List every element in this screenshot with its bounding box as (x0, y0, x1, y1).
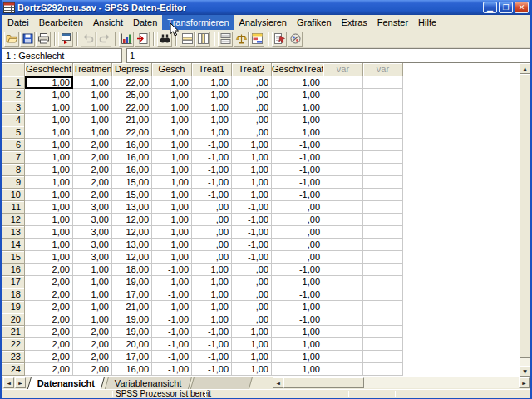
cell-r15-c3[interactable]: 12,00 (112, 251, 152, 264)
cell-r18-c1[interactable]: 2,00 (25, 288, 73, 301)
cell-r5-c3[interactable]: 22,00 (112, 126, 152, 139)
cell-r21-c4[interactable]: -1,00 (152, 326, 192, 338)
tab-scroll-right-button[interactable]: ► (15, 377, 26, 388)
cell-r12-c6[interactable]: -1,00 (232, 214, 272, 226)
row-header-5[interactable]: 5 (2, 126, 25, 139)
cell-r13-c4[interactable]: 1,00 (152, 226, 192, 239)
cell-r3-c1[interactable]: 1,00 (25, 101, 73, 114)
cell-r17-c2[interactable]: 1,00 (73, 276, 112, 288)
cell-r4-c7[interactable]: 1,00 (272, 114, 323, 126)
cell-r18-c8[interactable] (323, 288, 363, 301)
scroll-down-button[interactable]: ▼ (520, 366, 530, 377)
cell-r1-c2[interactable]: 1,00 (73, 76, 112, 89)
cell-r24-c9[interactable] (363, 363, 403, 376)
cell-r16-c5[interactable]: 1,00 (192, 264, 232, 276)
cell-r3-c7[interactable]: 1,00 (272, 101, 323, 114)
cell-r15-c9[interactable] (363, 251, 403, 264)
menu-analysieren[interactable]: Analysieren (234, 15, 292, 30)
cell-r2-c5[interactable]: 1,00 (192, 89, 232, 101)
cell-r18-c9[interactable] (363, 288, 403, 301)
cell-r20-c8[interactable] (323, 313, 363, 326)
cell-r16-c9[interactable] (363, 264, 403, 276)
cell-r7-c4[interactable]: 1,00 (152, 151, 192, 164)
save-file-button[interactable] (20, 32, 35, 47)
row-header-24[interactable]: 24 (2, 363, 25, 376)
menu-datei[interactable]: Datei (2, 15, 34, 30)
cell-r24-c3[interactable]: 16,00 (112, 363, 152, 376)
column-header-geschlecht[interactable]: Geschlecht (25, 63, 73, 76)
column-header-var-7[interactable]: var (323, 63, 363, 76)
cell-r9-c4[interactable]: 1,00 (152, 176, 192, 189)
cell-r2-c1[interactable]: 1,00 (25, 89, 73, 101)
cell-r17-c5[interactable]: 1,00 (192, 276, 232, 288)
cell-r24-c4[interactable]: -1,00 (152, 363, 192, 376)
row-header-1[interactable]: 1 (2, 76, 25, 89)
cell-r6-c5[interactable]: -1,00 (192, 139, 232, 151)
goto-case-button[interactable] (135, 32, 150, 47)
cell-r23-c7[interactable]: 1,00 (272, 351, 323, 363)
cell-r8-c1[interactable]: 1,00 (25, 164, 73, 176)
menu-hilfe[interactable]: Hilfe (413, 15, 441, 30)
menu-ansicht[interactable]: Ansicht (88, 15, 128, 30)
cell-r2-c2[interactable]: 1,00 (73, 89, 112, 101)
cell-r18-c4[interactable]: -1,00 (152, 288, 192, 301)
row-header-6[interactable]: 6 (2, 139, 25, 151)
cell-r19-c1[interactable]: 2,00 (25, 301, 73, 313)
cell-r8-c3[interactable]: 16,00 (112, 164, 152, 176)
cell-r18-c5[interactable]: 1,00 (192, 288, 232, 301)
cell-r3-c5[interactable]: 1,00 (192, 101, 232, 114)
cell-r19-c3[interactable]: 21,00 (112, 301, 152, 313)
cell-r19-c2[interactable]: 1,00 (73, 301, 112, 313)
cell-r4-c1[interactable]: 1,00 (25, 114, 73, 126)
cell-r16-c6[interactable]: ,00 (232, 264, 272, 276)
cell-r23-c4[interactable]: -1,00 (152, 351, 192, 363)
cell-r4-c4[interactable]: 1,00 (152, 114, 192, 126)
split-file-button[interactable] (218, 32, 233, 47)
cell-r7-c8[interactable] (323, 151, 363, 164)
horizontal-scrollbar[interactable]: ◄ ► (273, 377, 530, 388)
row-header-13[interactable]: 13 (2, 226, 25, 239)
print-button[interactable] (36, 32, 51, 47)
cell-r4-c6[interactable]: ,00 (232, 114, 272, 126)
column-header-geschxtreat1[interactable]: GeschxTreat1 (272, 63, 323, 76)
cell-r22-c3[interactable]: 20,00 (112, 338, 152, 351)
menu-bearbeiten[interactable]: Bearbeiten (34, 15, 88, 30)
cell-r18-c6[interactable]: ,00 (232, 288, 272, 301)
cell-r3-c6[interactable]: ,00 (232, 101, 272, 114)
cell-r24-c2[interactable]: 2,00 (73, 363, 112, 376)
cell-r13-c1[interactable]: 1,00 (25, 226, 73, 239)
tab-datenansicht[interactable]: Datenansicht (27, 377, 105, 389)
cell-r10-c8[interactable] (323, 189, 363, 201)
cell-r5-c7[interactable]: 1,00 (272, 126, 323, 139)
cell-r10-c3[interactable]: 15,00 (112, 189, 152, 201)
row-header-23[interactable]: 23 (2, 351, 25, 363)
cell-r14-c3[interactable]: 13,00 (112, 239, 152, 251)
cell-r15-c7[interactable]: ,00 (272, 251, 323, 264)
column-header-gesch[interactable]: Gesch (152, 63, 192, 76)
cell-r1-c3[interactable]: 22,00 (112, 76, 152, 89)
row-header-22[interactable]: 22 (2, 338, 25, 351)
cell-r1-c8[interactable] (323, 76, 363, 89)
vertical-scrollbar-thumb[interactable] (520, 74, 530, 358)
cell-r14-c8[interactable] (323, 239, 363, 251)
cell-r24-c6[interactable]: 1,00 (232, 363, 272, 376)
cell-r23-c3[interactable]: 17,00 (112, 351, 152, 363)
cell-r6-c4[interactable]: 1,00 (152, 139, 192, 151)
cell-r12-c9[interactable] (363, 214, 403, 226)
column-header-treat1[interactable]: Treat1 (192, 63, 232, 76)
cell-r10-c7[interactable]: -1,00 (272, 189, 323, 201)
row-header-14[interactable]: 14 (2, 239, 25, 251)
weight-cases-button[interactable] (234, 32, 249, 47)
cell-r23-c1[interactable]: 2,00 (25, 351, 73, 363)
cell-r7-c7[interactable]: -1,00 (272, 151, 323, 164)
row-header-10[interactable]: 10 (2, 189, 25, 201)
cell-r13-c7[interactable]: ,00 (272, 226, 323, 239)
cell-r20-c2[interactable]: 1,00 (73, 313, 112, 326)
menu-daten[interactable]: Daten (128, 15, 162, 30)
cell-r20-c4[interactable]: -1,00 (152, 313, 192, 326)
cell-r15-c2[interactable]: 3,00 (73, 251, 112, 264)
close-button[interactable]: ✕ (515, 2, 529, 13)
cell-r14-c7[interactable]: ,00 (272, 239, 323, 251)
cell-r8-c6[interactable]: 1,00 (232, 164, 272, 176)
cell-r13-c8[interactable] (323, 226, 363, 239)
